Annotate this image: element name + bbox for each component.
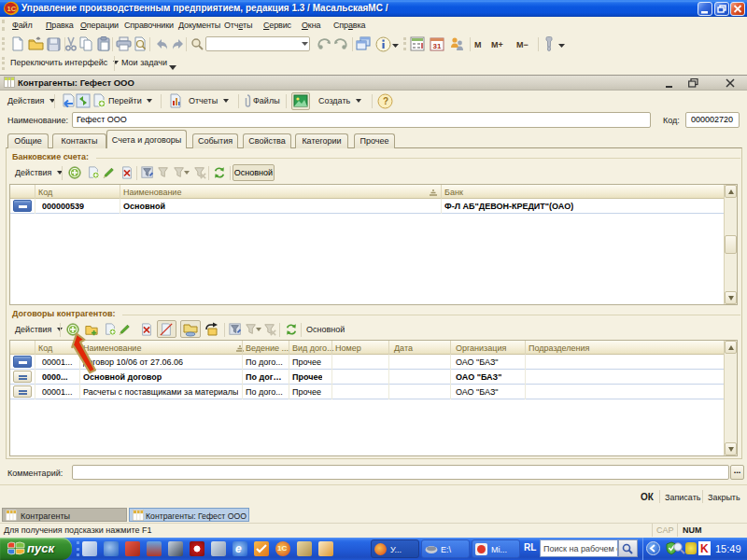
svg-text:31: 31 <box>433 42 442 50</box>
svg-text:1С: 1С <box>7 5 17 13</box>
svg-text:?: ? <box>383 96 388 106</box>
